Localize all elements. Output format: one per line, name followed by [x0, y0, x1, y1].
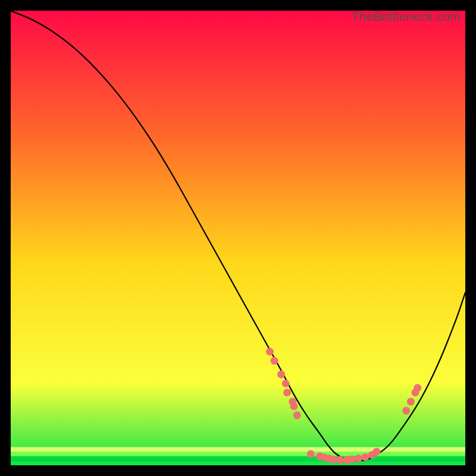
highlight-dot	[282, 380, 290, 387]
bottleneck-chart	[11, 11, 465, 465]
highlight-dot	[361, 453, 369, 461]
highlight-dot	[407, 398, 415, 406]
highlight-dot	[414, 384, 421, 392]
highlight-dot	[330, 456, 337, 464]
green-band-stripe	[11, 456, 465, 462]
highlight-dot	[373, 448, 381, 456]
watermark-label: TheBottleneck.com	[352, 10, 461, 24]
highlight-dot	[355, 455, 362, 462]
highlight-dot	[277, 371, 285, 378]
highlight-dot	[293, 411, 301, 419]
highlight-dot	[336, 456, 344, 464]
highlight-dot	[348, 456, 356, 464]
highlight-dot	[266, 348, 274, 356]
highlight-dot	[271, 357, 278, 365]
highlight-dot	[402, 407, 410, 415]
highlight-dot	[307, 450, 315, 458]
highlight-dot	[290, 402, 298, 410]
chart-frame: TheBottleneck.com	[11, 11, 465, 465]
highlight-dot	[283, 389, 291, 396]
gradient-background	[11, 11, 465, 465]
green-band	[11, 447, 465, 461]
